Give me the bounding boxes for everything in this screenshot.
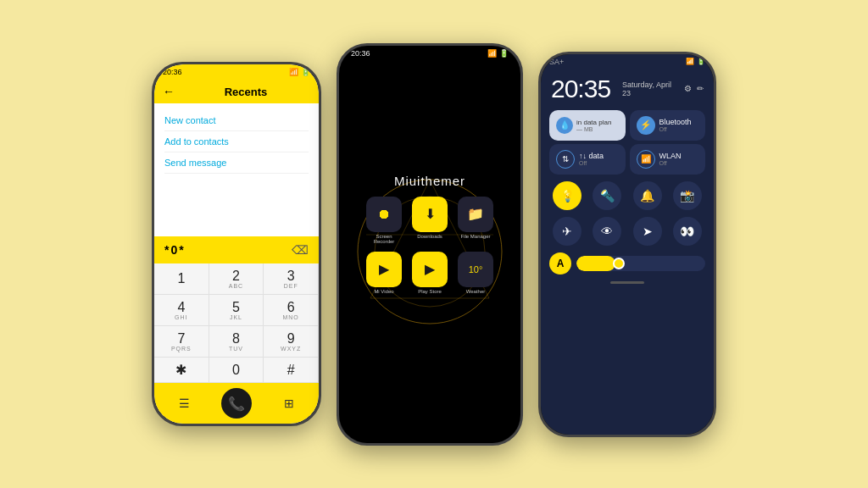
quick-airplane[interactable]: ✈ — [553, 217, 581, 246]
quick-screenshot[interactable]: 📸 — [673, 181, 702, 210]
home-content: Miuithemer ⏺ Screen Recorder ⬇ Downl — [339, 61, 520, 443]
tile-data-name: ↑↓ data — [579, 152, 604, 160]
key-7[interactable]: 7PQRS — [154, 326, 209, 358]
tile-wlan[interactable]: 📶 WLAN Off — [630, 144, 706, 175]
tile-data-plan[interactable]: 💧 in data plan — MB — [549, 110, 626, 141]
app-downloads[interactable]: ⬇ Downloads — [411, 197, 448, 244]
edit-icon[interactable]: ✏ — [697, 84, 704, 93]
app-screen-recorder[interactable]: ⏺ Screen Recorder — [365, 197, 403, 244]
ctrl-time-row: 20:35 Saturday, April 23 ⚙ ✏ — [541, 69, 714, 107]
app-file-manager[interactable]: 📁 File Manager — [457, 197, 494, 244]
wifi-icon: 📶 — [637, 150, 655, 169]
key-0[interactable]: 0 — [209, 358, 264, 383]
tile-data-info: ↑↓ data Off — [579, 152, 604, 166]
app-play-store[interactable]: ▶ Play Store — [411, 252, 448, 294]
quick-reading[interactable]: 👀 — [673, 217, 702, 246]
miui-logo: Miuithemer — [394, 174, 465, 188]
tile-wlan-name: WLAN — [659, 152, 682, 160]
tile-bluetooth-name: Bluetooth — [659, 118, 692, 126]
tile-data[interactable]: ⇅ ↑↓ data Off — [549, 144, 626, 175]
app-mi-video[interactable]: ▶ Mi Video — [365, 252, 403, 294]
ctrl-date: Saturday, April 23 — [622, 80, 677, 97]
status-icons-1: 📶 🔋 — [289, 68, 310, 76]
tile-data-plan-name: in data plan — [576, 119, 611, 126]
quick-bell[interactable]: 🔔 — [633, 181, 662, 210]
menu-new-contact[interactable]: New contact — [164, 110, 309, 131]
status-time-1: 20:36 — [163, 68, 182, 76]
key-8[interactable]: 8TUV — [209, 326, 264, 358]
dialer-header: ← Recents — [154, 80, 319, 103]
backspace-icon[interactable]: ⌫ — [292, 243, 309, 257]
status-bar-1: 20:36 📶 🔋 — [154, 64, 319, 80]
phone-dialer: 20:36 📶 🔋 ← Recents New contact Add to c… — [152, 62, 321, 426]
dialer-input-row: *0* ⌫ — [154, 236, 319, 263]
keypad: 1 2ABC 3DEF 4GHI 5JKL 6MNO 7PQRS 8TUV 9W… — [154, 263, 319, 383]
brightness-handle — [613, 258, 625, 269]
tile-wlan-info: WLAN Off — [659, 152, 682, 166]
quick-eye[interactable]: 👁 — [593, 217, 621, 246]
quick-flashlight[interactable]: 💡 — [553, 181, 581, 210]
apps-row-2: ▶ Mi Video ▶ Play Store 10° — [365, 252, 494, 294]
key-6[interactable]: 6MNO — [264, 295, 319, 326]
menu-add-contacts[interactable]: Add to contacts — [164, 131, 309, 152]
dialpad-icon[interactable]: ⊞ — [284, 396, 294, 410]
key-3[interactable]: 3DEF — [264, 263, 319, 295]
key-hash[interactable]: # — [264, 358, 319, 383]
tile-data-plan-sub: — MB — [576, 126, 611, 132]
tile-bluetooth-info: Bluetooth Off — [659, 118, 692, 132]
menu-send-message[interactable]: Send message — [164, 152, 309, 174]
call-button[interactable]: 📞 — [221, 388, 252, 419]
auto-label[interactable]: A — [549, 252, 571, 274]
app-weather[interactable]: 10° Weather — [457, 252, 494, 294]
quick-row-2: ✈ 👁 ➤ 👀 — [541, 214, 714, 249]
phone-home: 20:36 📶 🔋 Mi — [337, 43, 523, 446]
tile-bluetooth[interactable]: ⚡ Bluetooth Off — [630, 110, 706, 141]
keypad-bottom: ☰ 📞 ⊞ — [154, 383, 319, 424]
quick-torch[interactable]: 🔦 — [593, 181, 621, 210]
menu-icon[interactable]: ☰ — [179, 396, 190, 410]
apps-row-1: ⏺ Screen Recorder ⬇ Downloads 📁 — [365, 197, 494, 244]
brightness-bar[interactable] — [576, 256, 705, 271]
home-status-bar: 20:36 📶 🔋 — [339, 46, 520, 61]
tile-wlan-sub: Off — [659, 160, 682, 166]
settings-icon[interactable]: ⚙ — [684, 84, 692, 93]
ctrl-tiles-row2: ⇅ ↑↓ data Off 📶 WLAN Off — [541, 144, 714, 178]
quick-location[interactable]: ➤ — [633, 217, 662, 246]
home-bar — [610, 281, 644, 284]
home-time: 20:36 — [351, 49, 370, 58]
quick-row-1: 💡 🔦 🔔 📸 — [541, 178, 714, 214]
key-1[interactable]: 1 — [154, 263, 209, 295]
back-icon[interactable]: ← — [163, 85, 175, 98]
brightness-row: A — [541, 249, 714, 278]
key-4[interactable]: 4GHI — [154, 295, 209, 326]
ctrl-time-icons: ⚙ ✏ — [684, 84, 704, 93]
ctrl-time: 20:35 — [551, 75, 610, 103]
tile-bluetooth-sub: Off — [659, 126, 692, 132]
ctrl-tiles-row1: 💧 in data plan — MB ⚡ Bluetooth Off — [541, 107, 714, 144]
key-9[interactable]: 9WXYZ — [264, 326, 319, 358]
key-2[interactable]: 2ABC — [209, 263, 264, 295]
ctrl-status-icons: 📶 🔋 — [686, 58, 705, 65]
ctrl-carrier: SA+ — [549, 58, 564, 66]
data-arrows-icon: ⇅ — [556, 150, 575, 169]
home-status-icons: 📶 🔋 — [487, 49, 509, 58]
key-5[interactable]: 5JKL — [209, 295, 264, 326]
dialer-input[interactable]: *0* — [164, 243, 186, 257]
home-indicator — [541, 278, 714, 287]
key-star[interactable]: ✱ — [154, 358, 209, 383]
ctrl-status-bar: SA+ 📶 🔋 — [541, 54, 714, 69]
dialer-menu: New contact Add to contacts Send message — [154, 103, 319, 236]
tile-data-sub: Off — [579, 160, 604, 166]
brightness-fill — [576, 256, 615, 271]
dialer-title: Recents — [181, 86, 310, 98]
phone-controls: SA+ 📶 🔋 20:35 Saturday, April 23 ⚙ ✏ 💧 — [538, 52, 716, 437]
bluetooth-icon: ⚡ — [637, 116, 655, 135]
